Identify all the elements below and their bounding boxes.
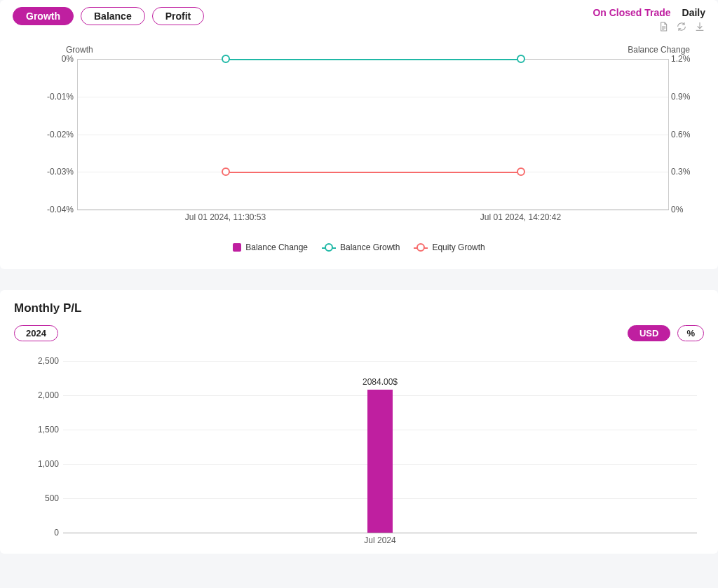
year-selector[interactable]: 2024 [14, 325, 58, 341]
chart2-plot[interactable]: 2,500 2,000 1,500 1,000 500 0 2084.00$ J… [63, 361, 697, 533]
y-left-tick: -0.02% [40, 130, 74, 139]
gridline [78, 97, 668, 97]
growth-card: Growth Balance Profit On Closed Trade Da… [0, 0, 718, 269]
y-left-tick: 0% [40, 54, 74, 64]
gridline [63, 361, 697, 362]
circle-line-icon [414, 244, 428, 251]
legend-label: Balance Change [245, 242, 308, 252]
top-right: On Closed Trade Daily [592, 7, 705, 32]
y-right-tick: 0.3% [671, 167, 699, 177]
x-tick: Jul 01 2024, 11:30:53 [185, 212, 266, 222]
y-right-tick: 0% [671, 205, 699, 214]
download-icon[interactable] [694, 21, 705, 32]
series-equity-growth [226, 172, 521, 173]
legend-balance-change[interactable]: Balance Change [233, 242, 308, 252]
gridline [78, 135, 668, 135]
right-axis-title: Balance Change [628, 45, 690, 55]
chart1-plot[interactable]: 0% -0.01% -0.02% -0.03% -0.04% 1.2% 0.9%… [77, 59, 669, 210]
series-balance-growth [226, 59, 521, 60]
y-tick: 500 [28, 493, 59, 503]
chart1-legend: Balance Change Balance Growth Equity Gro… [7, 242, 711, 252]
toolbar-icons [592, 21, 705, 32]
y-right-tick: 0.6% [671, 130, 699, 139]
pl-controls: 2024 USD % [7, 325, 711, 341]
y-tick: 2,000 [28, 390, 59, 400]
document-icon[interactable] [658, 21, 669, 32]
left-axis-title: Growth [66, 45, 93, 55]
unit-usd-button[interactable]: USD [628, 325, 670, 341]
y-right-tick: 1.2% [671, 54, 699, 64]
tab-growth[interactable]: Growth [13, 7, 74, 25]
unit-percent-button[interactable]: % [677, 325, 704, 341]
legend-label: Balance Growth [340, 242, 400, 252]
y-tick: 1,500 [28, 425, 59, 435]
x-tick: Jul 01 2024, 14:20:42 [480, 212, 561, 222]
section-title: Monthly P/L [14, 301, 711, 315]
legend-equity-growth[interactable]: Equity Growth [414, 242, 485, 252]
marker-balance-growth[interactable] [517, 55, 525, 63]
monthly-bar-chart: 2,500 2,000 1,500 1,000 500 0 2084.00$ J… [7, 354, 711, 550]
bar-value-label: 2084.00$ [363, 377, 398, 387]
tab-profit[interactable]: Profit [152, 7, 205, 25]
monthly-pl-card: Monthly P/L 2024 USD % 2,500 2,000 1,500… [0, 290, 718, 554]
y-left-tick: -0.01% [40, 92, 74, 102]
marker-equity-growth[interactable] [517, 167, 525, 176]
marker-equity-growth[interactable] [222, 167, 230, 176]
growth-chart: Growth Balance Change 0% -0.01% -0.02% -… [7, 45, 711, 255]
bar-jul-2024[interactable]: 2084.00$ [367, 390, 393, 533]
y-right-tick: 0.9% [671, 92, 699, 102]
legend-label: Equity Growth [432, 242, 485, 252]
metric-tabs: Growth Balance Profit [13, 7, 204, 25]
x-tick: Jul 2024 [364, 535, 395, 545]
link-on-closed-trade[interactable]: On Closed Trade [592, 7, 670, 18]
y-left-tick: -0.04% [40, 205, 74, 214]
circle-line-icon [322, 244, 336, 251]
square-icon [233, 243, 241, 252]
legend-balance-growth[interactable]: Balance Growth [322, 242, 400, 252]
y-tick: 1,000 [28, 459, 59, 469]
y-tick: 2,500 [28, 356, 59, 366]
link-daily[interactable]: Daily [682, 7, 705, 18]
tab-balance[interactable]: Balance [81, 7, 145, 25]
marker-balance-growth[interactable] [222, 55, 230, 63]
refresh-icon[interactable] [676, 21, 687, 32]
top-row: Growth Balance Profit On Closed Trade Da… [7, 7, 711, 32]
y-tick: 0 [28, 528, 59, 538]
y-left-tick: -0.03% [40, 167, 74, 177]
